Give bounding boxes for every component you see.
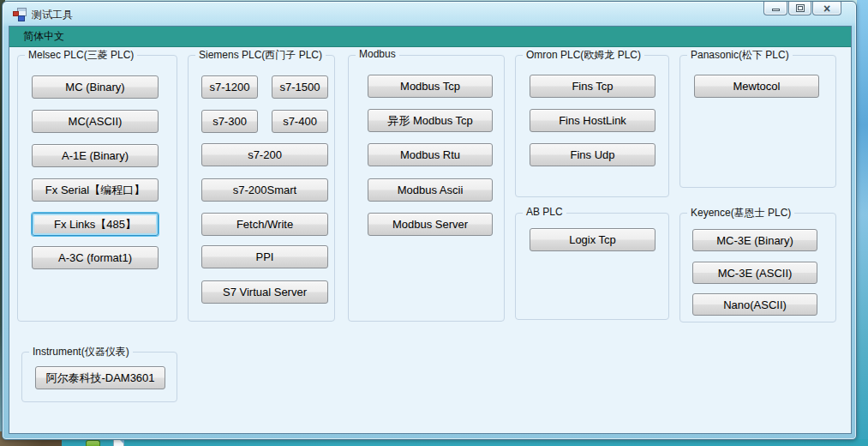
button-s7-1500[interactable]: s7-1500 [272, 75, 328, 99]
form-surface: Melsec PLC(三菱 PLC) MC (Binary) MC(ASCII)… [9, 47, 851, 433]
button-fetch-write[interactable]: Fetch/Write [201, 213, 328, 236]
button-mc-binary[interactable]: MC (Binary) [32, 75, 159, 99]
button-s7-200[interactable]: s7-200 [201, 143, 328, 166]
button-s7-200smart[interactable]: s7-200Smart [201, 178, 328, 202]
button-art-dam3601[interactable]: 阿尔泰科技-DAM3601 [35, 366, 165, 389]
group-keyence-plc: Keyence(基恩士 PLC) MC-3E (Binary) MC-3E (A… [679, 213, 836, 322]
button-s7-1200[interactable]: s7-1200 [201, 75, 258, 99]
group-instrument: Instrument(仪器仪表) 阿尔泰科技-DAM3601 [21, 352, 177, 402]
button-modbus-tcp-alien[interactable]: 异形 Modbus Tcp [368, 109, 493, 132]
button-s7-400[interactable]: s7-400 [272, 110, 328, 133]
app-window: 测试工具 × 简体中文 Melsec PLC(三菱 PLC) MC (Binar… [2, 1, 857, 440]
group-title: Siemens PLC(西门子 PLC) [195, 48, 326, 63]
group-title: Keyence(基恩士 PLC) [687, 206, 794, 220]
button-modbus-server[interactable]: Modbus Server [368, 213, 493, 236]
group-title: AB PLC [523, 206, 566, 218]
wallpaper-bottom-strip [0, 439, 868, 446]
wallpaper-right-strip [857, 0, 868, 446]
button-a1e-binary[interactable]: A-1E (Binary) [32, 144, 159, 167]
button-mc3e-ascii[interactable]: MC-3E (ASCII) [692, 262, 817, 284]
button-s7-300[interactable]: s7-300 [201, 110, 258, 133]
group-title: Melsec PLC(三菱 PLC) [25, 48, 137, 63]
group-title: Panasonic(松下 PLC) [687, 48, 793, 63]
group-siemens-plc: Siemens PLC(西门子 PLC) s7-1200 s7-1500 s7-… [188, 55, 335, 322]
window-controls: × [763, 2, 841, 15]
button-fins-udp[interactable]: Fins Udp [530, 143, 655, 166]
close-icon: × [823, 3, 830, 15]
group-title: Instrument(仪器仪表) [29, 345, 133, 359]
minimize-icon [772, 9, 780, 11]
button-mc-ascii[interactable]: MC(ASCII) [32, 110, 159, 133]
client-area: 简体中文 Melsec PLC(三菱 PLC) MC (Binary) MC(A… [9, 26, 852, 434]
close-button[interactable]: × [812, 2, 841, 15]
app-icon [13, 8, 27, 21]
button-logix-tcp[interactable]: Logix Tcp [530, 228, 655, 251]
button-fins-tcp[interactable]: Fins Tcp [530, 75, 655, 98]
group-ab-plc: AB PLC Logix Tcp [515, 213, 669, 320]
button-s7-virtual-server[interactable]: S7 Virtual Server [201, 280, 328, 304]
group-melsec-plc: Melsec PLC(三菱 PLC) MC (Binary) MC(ASCII)… [17, 55, 177, 322]
button-nano-ascii[interactable]: Nano(ASCII) [692, 293, 817, 316]
button-fx-serial[interactable]: Fx Serial【编程口】 [32, 178, 159, 202]
window-title: 测试工具 [32, 8, 73, 22]
group-modbus: Modbus Modbus Tcp 异形 Modbus Tcp Modbus R… [348, 55, 505, 322]
group-panasonic-plc: Panasonic(松下 PLC) Mewtocol [679, 55, 836, 188]
group-title: Modbus [356, 48, 399, 60]
button-mewtocol[interactable]: Mewtocol [694, 75, 819, 98]
button-a3c-format1[interactable]: A-3C (format1) [32, 246, 159, 269]
button-mc3e-binary[interactable]: MC-3E (Binary) [692, 229, 817, 251]
button-modbus-tcp[interactable]: Modbus Tcp [368, 75, 493, 98]
desktop-icon-peek-green[interactable] [86, 440, 100, 446]
group-title: Omron PLC(欧姆龙 PLC) [523, 48, 644, 63]
button-modbus-ascii[interactable]: Modbus Ascii [368, 178, 493, 202]
group-omron-plc: Omron PLC(欧姆龙 PLC) Fins Tcp Fins HostLin… [515, 55, 669, 197]
menubar: 简体中文 [9, 27, 851, 47]
titlebar[interactable]: 测试工具 × [3, 2, 856, 26]
button-modbus-rtu[interactable]: Modbus Rtu [368, 143, 493, 166]
maximize-button[interactable] [788, 2, 811, 15]
minimize-button[interactable] [763, 2, 787, 15]
button-ppi[interactable]: PPI [201, 245, 328, 268]
menu-item-language[interactable]: 简体中文 [15, 27, 73, 46]
button-fx-links[interactable]: Fx Links【485】 [32, 213, 159, 236]
maximize-icon [796, 4, 805, 12]
button-fins-hostlink[interactable]: Fins HostLink [530, 109, 655, 132]
